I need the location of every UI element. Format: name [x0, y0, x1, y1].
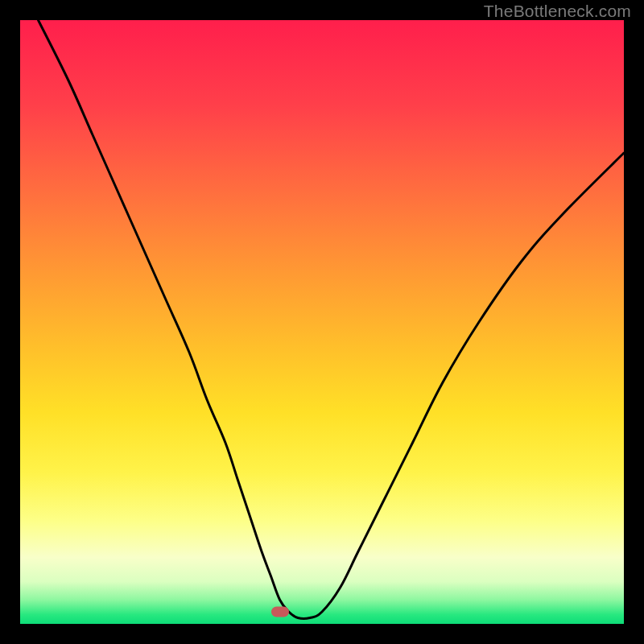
curve-svg [20, 20, 624, 624]
chart-frame: TheBottleneck.com [0, 0, 644, 644]
bottleneck-curve [39, 20, 625, 619]
watermark-text: TheBottleneck.com [484, 2, 631, 21]
plot-area [20, 20, 624, 624]
optimum-marker [271, 607, 289, 617]
